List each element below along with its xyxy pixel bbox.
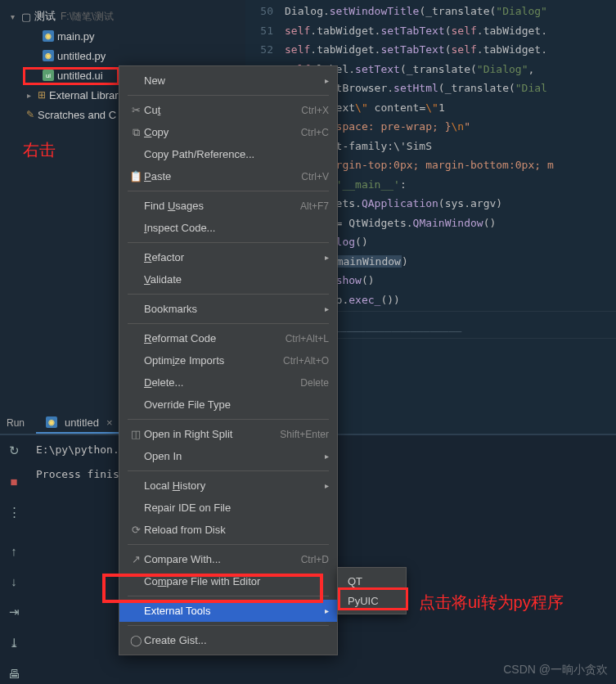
python-file-icon: ◉ [43, 50, 54, 61]
run-toolbar: ↻ ■ ⋮ ↑ ↓ ⇥ ⤓ 🖶 🗑 [0, 435, 28, 684]
menu-item-cut[interactable]: ✂CutCtrl+X [119, 99, 337, 121]
menu-item-optimize-imports[interactable]: Optimize ImportsCtrl+Alt+O [119, 349, 337, 371]
menu-item-compare-file-with-editor[interactable]: Compare File with Editor [119, 570, 337, 592]
watermark: CSDN @一晌小贪欢 [503, 663, 608, 677]
scroll-icon[interactable]: ⤓ [7, 636, 21, 650]
menu-item-copy[interactable]: ⧉CopyCtrl+C [119, 121, 337, 143]
more-icon[interactable]: ⋮ [7, 505, 21, 520]
run-tab[interactable]: ◉ untitled × [36, 413, 119, 434]
menu-item-delete-[interactable]: Delete...Delete [119, 371, 337, 394]
submenu-item-qt[interactable]: QT [338, 571, 406, 591]
close-icon[interactable]: × [106, 416, 113, 429]
menu-item-open-in-right-split[interactable]: ◫Open in Right SplitShift+Enter [119, 423, 337, 445]
menu-item-bookmarks[interactable]: Bookmarks▸ [119, 298, 337, 320]
chevron-down-icon: ▾ [7, 12, 18, 21]
menu-item-reformat-code[interactable]: Reformat CodeCtrl+Alt+L [119, 327, 337, 349]
annotation-convert: 点击将ui转为py程序 [419, 592, 564, 614]
root-path: F:\随笔\测试 [61, 10, 114, 24]
folder-icon: ▢ [21, 11, 31, 23]
submenu-item-pyuic[interactable]: PyUIC [338, 591, 406, 610]
menu-item-copy-path-reference-[interactable]: Copy Path/Reference... [119, 143, 337, 165]
file-untitled-py[interactable]: ◉ untitled.py [0, 46, 245, 65]
menu-item-reload-from-disk[interactable]: ⟳Reload from Disk [119, 519, 337, 541]
menu-item-compare-with-[interactable]: ↗Compare With...Ctrl+D [119, 548, 337, 570]
scratch-icon: ✎ [26, 109, 34, 120]
context-menu: New▸✂CutCtrl+X⧉CopyCtrl+CCopy Path/Refer… [119, 65, 338, 655]
chevron-right-icon: ▸ [23, 91, 34, 100]
menu-item-validate[interactable]: Validate [119, 268, 337, 290]
stop-icon[interactable]: ■ [7, 475, 21, 488]
print-icon[interactable]: 🖶 [7, 667, 21, 681]
run-panel-title: Run [7, 417, 25, 429]
menu-item-create-gist-[interactable]: ◯Create Gist... [119, 629, 337, 651]
menu-item-open-in[interactable]: Open In▸ [119, 445, 337, 467]
menu-item-inspect-code-[interactable]: Inspect Code... [119, 217, 337, 239]
menu-item-find-usages[interactable]: Find UsagesAlt+F7 [119, 195, 337, 217]
menu-item-override-file-type[interactable]: Override File Type [119, 394, 337, 416]
up-icon[interactable]: ↑ [7, 544, 21, 558]
tree-root[interactable]: ▾ ▢ 测试 F:\随笔\测试 [0, 7, 245, 26]
menu-item-external-tools[interactable]: External Tools▸ [119, 600, 337, 622]
root-label: 测试 [34, 9, 56, 24]
rerun-icon[interactable]: ↻ [7, 443, 21, 458]
menu-item-local-history[interactable]: Local History▸ [119, 475, 337, 497]
wrap-icon[interactable]: ⇥ [7, 605, 21, 619]
external-tools-submenu: QTPyUIC [337, 567, 407, 614]
down-icon[interactable]: ↓ [7, 574, 21, 588]
file-main-py[interactable]: ◉ main.py [0, 26, 245, 46]
annotation-right-click: 右击 [23, 139, 56, 161]
python-file-icon: ◉ [46, 416, 57, 428]
python-file-icon: ◉ [43, 30, 54, 42]
annotation-box-file [23, 67, 119, 85]
menu-item-refactor[interactable]: Refactor▸ [119, 246, 337, 268]
library-icon: ⊞ [38, 89, 46, 101]
menu-item-new[interactable]: New▸ [119, 70, 337, 92]
menu-item-repair-ide-on-file[interactable]: Repair IDE on File [119, 497, 337, 519]
menu-item-paste[interactable]: 📋PasteCtrl+V [119, 165, 337, 187]
